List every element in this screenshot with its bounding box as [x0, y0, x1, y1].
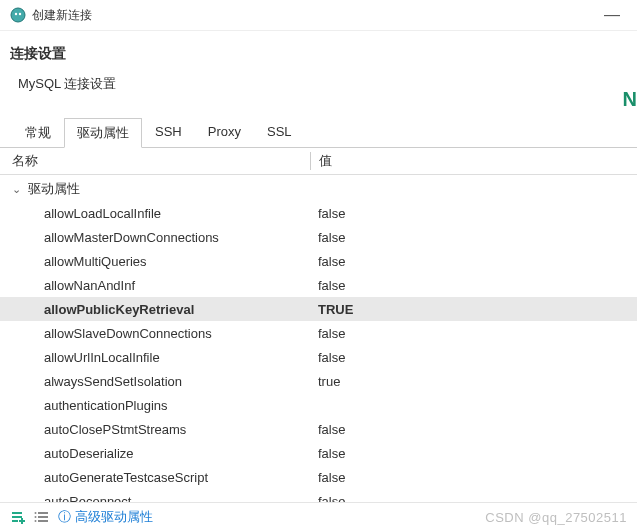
list-button[interactable] [34, 509, 50, 525]
tab-proxy[interactable]: Proxy [195, 118, 254, 148]
property-row[interactable]: allowLoadLocalInfilefalse [0, 201, 637, 225]
property-value[interactable]: false [310, 326, 637, 341]
property-value[interactable]: false [310, 278, 637, 293]
property-value[interactable]: false [310, 422, 637, 437]
property-value[interactable]: false [310, 470, 637, 485]
property-row[interactable]: alwaysSendSetIsolationtrue [0, 369, 637, 393]
property-name: allowMultiQueries [44, 254, 147, 269]
property-name: allowNanAndInf [44, 278, 135, 293]
svg-point-1 [15, 13, 17, 15]
svg-rect-7 [38, 516, 48, 518]
grid-header: 名称 值 [0, 148, 637, 175]
property-value[interactable]: false [310, 350, 637, 365]
property-row[interactable]: autoGenerateTestcaseScriptfalse [0, 465, 637, 489]
property-name: authenticationPlugins [44, 398, 168, 413]
property-row[interactable]: allowMasterDownConnectionsfalse [0, 225, 637, 249]
property-row[interactable]: allowMultiQueriesfalse [0, 249, 637, 273]
property-row[interactable]: allowPublicKeyRetrievalTRUE [0, 297, 637, 321]
svg-point-0 [11, 8, 25, 22]
property-value[interactable]: false [310, 446, 637, 461]
svg-point-11 [35, 520, 37, 522]
property-name: allowUrlInLocalInfile [44, 350, 160, 365]
svg-point-2 [19, 13, 21, 15]
group-row[interactable]: ⌄ 驱动属性 [0, 177, 637, 201]
tab-driver-properties[interactable]: 驱动属性 [64, 118, 142, 148]
property-value[interactable]: false [310, 230, 637, 245]
titlebar: 创建新连接 — [0, 0, 637, 31]
svg-rect-4 [12, 516, 22, 518]
property-value[interactable]: true [310, 374, 637, 389]
properties-tree: ⌄ 驱动属性 allowLoadLocalInfilefalseallowMas… [0, 175, 637, 513]
property-row[interactable]: autoClosePStmtStreamsfalse [0, 417, 637, 441]
property-name: autoGenerateTestcaseScript [44, 470, 208, 485]
tabs-bar: 常规 驱动属性 SSH Proxy SSL [0, 117, 637, 148]
svg-point-10 [35, 516, 37, 518]
watermark: CSDN @qq_27502511 [485, 510, 627, 525]
property-row[interactable]: authenticationPlugins [0, 393, 637, 417]
svg-point-9 [35, 512, 37, 514]
window-title: 创建新连接 [32, 7, 92, 24]
column-value[interactable]: 值 [310, 152, 637, 170]
property-value[interactable]: false [310, 254, 637, 269]
svg-rect-8 [38, 520, 48, 522]
svg-rect-3 [12, 512, 22, 514]
info-icon: ⓘ [58, 508, 71, 526]
section-title: 连接设置 [0, 31, 637, 69]
tab-ssl[interactable]: SSL [254, 118, 305, 148]
brand-logo-fragment: N [623, 88, 637, 111]
add-button[interactable] [10, 509, 26, 525]
property-name: allowLoadLocalInfile [44, 206, 161, 221]
property-value[interactable]: TRUE [310, 302, 637, 317]
column-name[interactable]: 名称 [0, 152, 310, 170]
app-icon [10, 7, 26, 23]
svg-rect-5 [12, 520, 18, 522]
chevron-down-icon: ⌄ [12, 183, 24, 196]
property-name: autoDeserialize [44, 446, 134, 461]
section-subtitle: MySQL 连接设置 [0, 69, 637, 111]
property-name: allowSlaveDownConnections [44, 326, 212, 341]
group-label: 驱动属性 [28, 180, 80, 198]
property-name: allowPublicKeyRetrieval [44, 302, 194, 317]
property-name: allowMasterDownConnections [44, 230, 219, 245]
property-name: autoClosePStmtStreams [44, 422, 186, 437]
property-value[interactable]: false [310, 206, 637, 221]
property-row[interactable]: allowUrlInLocalInfilefalse [0, 345, 637, 369]
property-name: alwaysSendSetIsolation [44, 374, 182, 389]
property-row[interactable]: autoDeserializefalse [0, 441, 637, 465]
svg-rect-6 [38, 512, 48, 514]
property-row[interactable]: allowSlaveDownConnectionsfalse [0, 321, 637, 345]
minimize-button[interactable]: — [597, 6, 627, 24]
tab-general[interactable]: 常规 [12, 118, 64, 148]
property-row[interactable]: allowNanAndInffalse [0, 273, 637, 297]
advanced-link[interactable]: 高级驱动属性 [75, 508, 153, 526]
tab-ssh[interactable]: SSH [142, 118, 195, 148]
